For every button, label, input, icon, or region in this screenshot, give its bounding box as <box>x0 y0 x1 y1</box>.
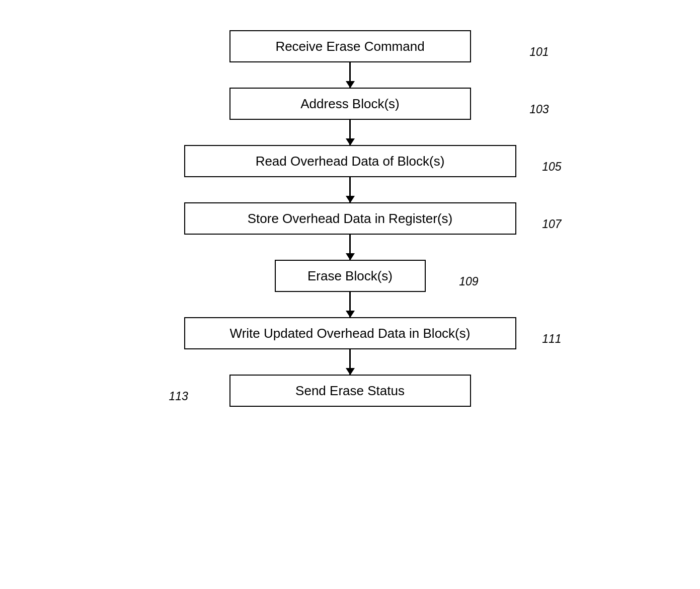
box-send-erase-status: Send Erase Status <box>229 375 471 407</box>
step-row-4: Store Overhead Data in Register(s) 107 <box>124 202 577 235</box>
step-wrapper-4: Store Overhead Data in Register(s) 107 <box>124 202 577 235</box>
ref-label-113: 113 <box>169 390 188 411</box>
box-label-2: Address Block(s) <box>300 96 400 112</box>
box-store-overhead: Store Overhead Data in Register(s) <box>184 202 516 235</box>
box-label-5: Erase Block(s) <box>307 268 393 284</box>
step-wrapper-1: Receive Erase Command 101 <box>124 30 577 62</box>
step-wrapper-7: 113 Send Erase Status <box>124 375 577 407</box>
box-receive-erase-command: Receive Erase Command <box>229 30 471 62</box>
ref-label-107: 107 <box>542 217 561 239</box>
box-read-overhead: Read Overhead Data of Block(s) <box>184 145 516 177</box>
ref-label-105: 105 <box>542 160 561 181</box>
box-address-blocks: Address Block(s) <box>229 88 471 120</box>
box-erase-blocks: Erase Block(s) <box>275 260 426 292</box>
arrow-1 <box>349 62 351 88</box>
box-label-4: Store Overhead Data in Register(s) <box>248 211 453 227</box>
ref-label-101: 101 <box>529 45 549 66</box>
box-write-updated: Write Updated Overhead Data in Block(s) <box>184 317 516 349</box>
step-row-3: Read Overhead Data of Block(s) 105 <box>124 145 577 177</box>
box-label-1: Receive Erase Command <box>275 39 424 54</box>
arrow-3 <box>349 177 351 202</box>
arrow-2 <box>349 120 351 145</box>
step-wrapper-2: Address Block(s) 103 <box>124 88 577 120</box>
step-wrapper-6: Write Updated Overhead Data in Block(s) … <box>124 317 577 349</box>
box-label-6: Write Updated Overhead Data in Block(s) <box>230 326 471 341</box>
step-wrapper-3: Read Overhead Data of Block(s) 105 <box>124 145 577 177</box>
step-wrapper-5: Erase Block(s) 109 <box>124 260 577 292</box>
flowchart-diagram: Receive Erase Command 101 Address Block(… <box>124 30 577 559</box>
ref-label-109: 109 <box>459 275 478 296</box>
arrow-4 <box>349 235 351 260</box>
step-row-6: Write Updated Overhead Data in Block(s) … <box>124 317 577 349</box>
ref-label-111: 111 <box>542 332 561 353</box>
step-row-1: Receive Erase Command 101 <box>124 30 577 62</box>
box-label-3: Read Overhead Data of Block(s) <box>256 154 445 169</box>
ref-label-103: 103 <box>529 103 549 124</box>
step-row-7: 113 Send Erase Status <box>124 375 577 407</box>
arrow-6 <box>349 349 351 375</box>
box-label-7: Send Erase Status <box>295 383 405 399</box>
step-row-5: Erase Block(s) 109 <box>124 260 577 292</box>
arrow-5 <box>349 292 351 317</box>
step-row-2: Address Block(s) 103 <box>124 88 577 120</box>
